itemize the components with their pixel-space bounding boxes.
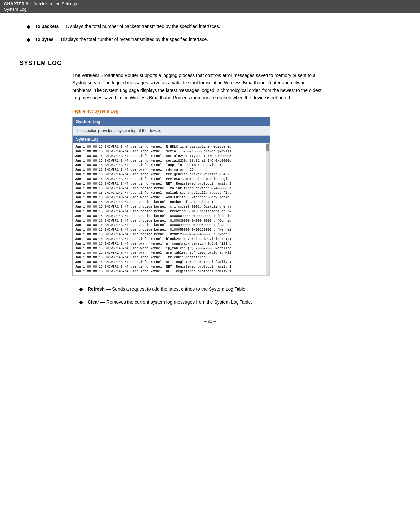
log-line: Jan 1 00:00:15 SMCWBR14S-N4 user.warn ke… <box>74 168 269 172</box>
log-line: Jan 1 00:00:15 SMCWBR14S-N4 user.notice … <box>74 219 269 223</box>
bullet-diamond-1: ◆ <box>26 23 30 30</box>
header-subsection: System Log <box>4 7 27 12</box>
figure-caption: Figure 45: System Log <box>72 109 400 114</box>
log-line: Jan 1 00:00:15 SMCWBR14S-N4 user.info ke… <box>74 149 269 154</box>
log-line: Jan 1 00:00:15 SMCWBR14S-N4 user.info ke… <box>74 265 269 269</box>
log-line: Jan 1 00:00:15 SMCWBR14S-N4 user.info ke… <box>74 159 269 163</box>
page-number: – 92 – <box>20 319 400 330</box>
log-line: Jan 1 00:00:15 SMCWBR14S-N4 user.warn ke… <box>74 242 269 246</box>
tx-packets-dash: — <box>60 24 66 29</box>
tx-packets-term: Tx packets <box>35 24 59 29</box>
log-line: Jan 1 00:00:15 SMCWBR14S-N4 user.notice … <box>74 232 269 237</box>
section-heading: System Log <box>20 60 400 67</box>
ui-log-area[interactable]: Jan 1 00:00:15 SMCWBR14S-N4 user.info ke… <box>73 143 270 276</box>
log-line: Jan 1 00:00:15 SMCWBR14S-N4 user.warn ke… <box>74 195 269 200</box>
log-line: Jan 1 00:00:15 SMCWBR14S-N4 user.info ke… <box>74 172 269 177</box>
log-line: Jan 1 00:00:15 SMCWBR14S-N4 user.notice … <box>74 223 269 228</box>
header-separator: | <box>30 1 31 6</box>
bullet-text-tx-packets: Tx packets — Displays the total number o… <box>35 23 220 30</box>
log-line: Jan 1 00:00:15 SMCWBR14S-N4 user.info ke… <box>74 260 269 265</box>
bottom-bullet-section: ◆ Refresh — Sends a request to add the l… <box>72 286 400 306</box>
ui-title-bar: System Log <box>73 117 270 126</box>
bullet-text-tx-bytes: Tx bytes — Displays the total number of … <box>35 36 208 43</box>
log-line: Jan 1 00:00:15 SMCWBR14S-N4 user.info ke… <box>74 191 269 195</box>
log-line: Jan 1 00:00:15 SMCWBR14S-N4 user.notice … <box>74 209 269 214</box>
bullet-item-clear: ◆ Clear — Removes the current system log… <box>72 299 400 306</box>
main-content: ◆ Tx packets — Displays the total number… <box>0 13 420 343</box>
log-line: Jan 1 00:00:15 SMCWBR14S-N4 user.notice … <box>74 214 269 219</box>
bullet-item-tx-bytes: ◆ Tx bytes — Displays the total number o… <box>20 36 400 43</box>
section-divider <box>20 52 400 52</box>
ui-section-bar: System Log <box>73 136 270 143</box>
bullet-diamond-2: ◆ <box>26 36 30 43</box>
bullet-text-clear: Clear — Removes the current system log m… <box>88 299 252 306</box>
refresh-desc: Sends a request to add the latest entrie… <box>112 286 247 292</box>
ui-description: This section provides a system log of th… <box>73 126 270 136</box>
log-line: Jan 1 00:00:15 SMCWBR14S-N4 user.notice … <box>74 200 269 205</box>
bullet-item-refresh: ◆ Refresh — Sends a request to add the l… <box>72 286 400 293</box>
log-line: Jan 1 00:00:15 SMCWBR14S-N4 user.info ke… <box>74 269 269 274</box>
log-line: Jan 1 00:00:15 SMCWBR14S-N4 user.warn ke… <box>74 251 269 255</box>
clear-term: Clear <box>88 299 99 305</box>
log-line: Jan 1 00:00:15 SMCWBR14S-N4 user.info ke… <box>74 255 269 260</box>
scrollbar[interactable] <box>266 143 269 275</box>
system-log-ui: System Log This section provides a syste… <box>72 117 270 276</box>
clear-dash: — <box>100 299 106 305</box>
chapter-line: CHAPTER 9 | Administration Settings <box>4 1 77 6</box>
tx-packets-desc: Displays the total number of packets tra… <box>66 24 220 29</box>
chapter-label: CHAPTER 9 <box>4 1 28 6</box>
tx-bytes-term: Tx bytes <box>35 37 54 42</box>
top-bullet-section: ◆ Tx packets — Displays the total number… <box>20 23 400 43</box>
bullet-item-tx-packets: ◆ Tx packets — Displays the total number… <box>20 23 400 30</box>
log-line: Jan 1 00:00:15 SMCWBR14S-N4 user.info ke… <box>74 177 269 182</box>
tx-bytes-desc: Displays the total number of bytes trans… <box>61 37 208 42</box>
log-line: Jan 1 00:00:15 SMCWBR14S-N4 user.info ke… <box>74 163 269 168</box>
bullet-diamond-clear: ◆ <box>79 299 83 305</box>
log-line: Jan 1 00:00:15 SMCWBR14S-N4 user.info ke… <box>74 182 269 186</box>
body-paragraph: The Wireless Broadband Router supports a… <box>72 72 323 102</box>
refresh-term: Refresh <box>88 286 105 292</box>
header-bar: CHAPTER 9 | Administration Settings Syst… <box>0 0 420 13</box>
bullet-text-refresh: Refresh — Sends a request to add the lat… <box>88 286 247 293</box>
header-section: Administration Settings <box>33 1 77 6</box>
log-line: Jan 1 00:00:15 SMCWBR14S-N4 user.notice … <box>74 205 269 209</box>
log-line: Jan 1 00:00:15 SMCWBR14S-N4 user.warn ke… <box>74 246 269 251</box>
scrollbar-thumb[interactable] <box>266 144 269 151</box>
clear-desc: Removes the current system log messages … <box>106 299 252 305</box>
log-line: Jan 1 00:00:15 SMCWBR14S-N4 user.notice … <box>74 228 269 232</box>
bullet-diamond-refresh: ◆ <box>79 286 83 292</box>
log-line: Jan 1 00:00:15 SMCWBR14S-N4 user.info ke… <box>74 154 269 159</box>
log-line: Jan 1 00:00:15 SMCWBR14S-N4 user.info ke… <box>74 237 269 242</box>
log-line: Jan 1 00:00:15 SMCWBR14S-N4 user.notice … <box>74 186 269 191</box>
refresh-dash: — <box>106 286 112 292</box>
log-line: Jan 1 00:00:15 SMCWBR14S-N4 user.info ke… <box>74 145 269 149</box>
tx-bytes-dash: — <box>55 37 61 42</box>
